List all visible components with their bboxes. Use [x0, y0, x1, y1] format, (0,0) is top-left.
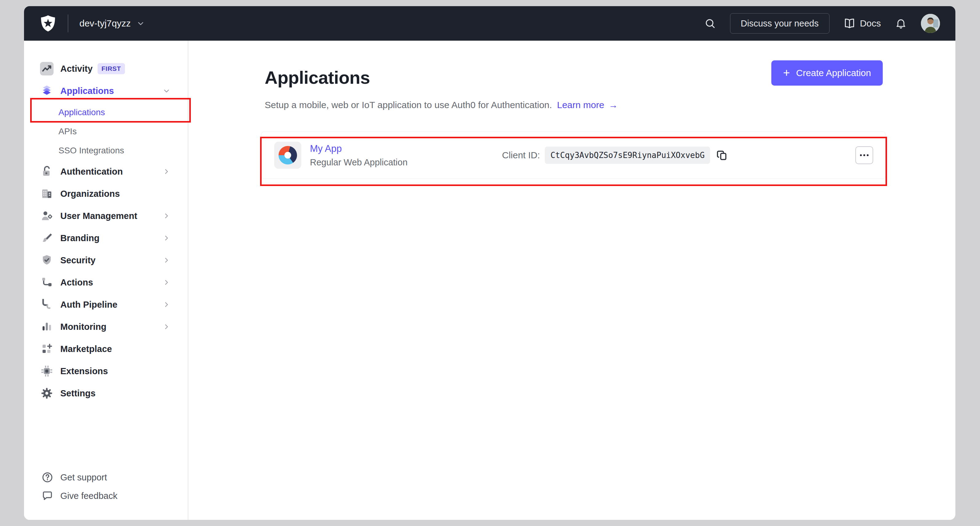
chip-icon — [40, 364, 54, 378]
applications-submenu: Applications APIs SSO Integrations — [24, 103, 188, 160]
sidebar-subitem-apis[interactable]: APIs — [24, 122, 188, 141]
sidebar-item-label: Applications — [60, 86, 114, 96]
chevron-down-icon — [136, 19, 145, 28]
plus-icon: + — [783, 67, 790, 78]
bell-icon — [895, 18, 907, 29]
sidebar-item-security[interactable]: Security — [24, 250, 188, 270]
layers-icon — [40, 85, 54, 97]
sidebar-item-actions[interactable]: Actions — [24, 272, 188, 293]
sidebar-item-user-management[interactable]: User Management — [24, 206, 188, 226]
user-avatar[interactable] — [921, 14, 940, 33]
sidebar-item-label: Monitoring — [60, 322, 107, 332]
app-window: dev-tyj7qyzz Discuss your needs — [24, 6, 955, 520]
chevron-down-icon — [162, 87, 170, 95]
sidebar-item-label: Branding — [60, 233, 99, 243]
subtitle-text: Setup a mobile, web or IoT application t… — [265, 100, 552, 110]
get-support-label: Get support — [60, 472, 107, 483]
sidebar-item-monitoring[interactable]: Monitoring — [24, 317, 188, 337]
give-feedback-label: Give feedback — [60, 491, 117, 501]
screenshot-canvas: dev-tyj7qyzz Discuss your needs — [0, 0, 980, 526]
copy-client-id-button[interactable] — [716, 149, 729, 162]
docs-label: Docs — [860, 18, 881, 29]
client-id-value: CtCqy3AvbQZSo7sE9RiynaPuiXOxvebG — [545, 147, 710, 164]
sidebar-item-applications[interactable]: Applications — [24, 81, 188, 101]
sidebar-item-label: Auth Pipeline — [60, 300, 117, 310]
first-badge: FIRST — [97, 63, 125, 74]
sidebar-item-label: Settings — [60, 388, 95, 398]
arrow-right-icon: → — [609, 100, 618, 110]
page-subtitle: Setup a mobile, web or IoT application t… — [265, 100, 618, 110]
notifications-button[interactable] — [895, 18, 907, 29]
chevron-right-icon — [162, 212, 170, 220]
topbar-divider — [68, 14, 68, 32]
building-icon — [40, 187, 54, 201]
discuss-your-needs-button[interactable]: Discuss your needs — [730, 13, 829, 33]
sidebar-item-organizations[interactable]: Organizations — [24, 183, 188, 204]
chevron-right-icon — [162, 256, 170, 264]
create-application-button[interactable]: + Create Application — [771, 61, 883, 86]
sidebar-item-label: Security — [60, 255, 95, 265]
flow-icon — [40, 276, 54, 289]
chevron-right-icon — [162, 234, 170, 242]
main-content: Applications Setup a mobile, web or IoT … — [188, 41, 955, 520]
get-support-link[interactable]: Get support — [24, 468, 188, 486]
sidebar: Activity FIRST Applications — [24, 41, 188, 520]
unlock-icon — [40, 165, 54, 178]
chevron-right-icon — [162, 167, 170, 175]
auth0-logo-icon[interactable] — [40, 14, 57, 33]
client-id-group: Client ID: CtCqy3AvbQZSo7sE9RiynaPuiXOxv… — [502, 147, 729, 164]
sidebar-item-label: Activity — [60, 64, 93, 74]
sidebar-footer: Get support Give feedback — [24, 468, 188, 505]
application-logo — [274, 142, 301, 169]
sidebar-item-label: Marketplace — [60, 344, 112, 354]
give-feedback-link[interactable]: Give feedback — [24, 486, 188, 505]
sidebar-nav: Activity FIRST Applications — [24, 41, 188, 403]
app-donut-icon — [278, 146, 297, 164]
sidebar-item-label: Authentication — [60, 167, 123, 177]
dot — [860, 154, 862, 156]
activity-chart-icon — [40, 62, 54, 75]
application-name-link[interactable]: My App — [310, 143, 407, 154]
docs-button[interactable]: Docs — [844, 18, 881, 29]
gear-icon — [40, 386, 54, 400]
grid-plus-icon — [40, 342, 54, 356]
tenant-switcher[interactable]: dev-tyj7qyzz — [80, 18, 145, 29]
sidebar-item-marketplace[interactable]: Marketplace — [24, 339, 188, 359]
search-icon — [704, 18, 716, 29]
dot — [867, 154, 869, 156]
sidebar-item-label: Actions — [60, 277, 93, 288]
row-actions-menu-button[interactable] — [855, 146, 873, 164]
sidebar-subitem-applications[interactable]: Applications — [24, 103, 188, 122]
search-button[interactable] — [704, 18, 716, 29]
sidebar-subitem-sso-integrations[interactable]: SSO Integrations — [24, 141, 188, 160]
shield-check-icon — [40, 253, 54, 267]
sidebar-item-authentication[interactable]: Authentication — [24, 161, 188, 182]
speech-bubble-icon — [41, 490, 54, 502]
page-title: Applications — [265, 67, 370, 88]
chevron-right-icon — [162, 323, 170, 331]
help-circle-icon — [41, 471, 54, 483]
book-icon — [844, 18, 855, 29]
sidebar-item-label: Extensions — [60, 366, 108, 376]
topbar-left: dev-tyj7qyzz — [40, 14, 145, 33]
user-gear-icon — [40, 209, 54, 223]
sidebar-item-activity[interactable]: Activity FIRST — [24, 59, 188, 79]
chevron-right-icon — [162, 278, 170, 286]
create-application-label: Create Application — [796, 68, 871, 78]
sidebar-item-extensions[interactable]: Extensions — [24, 361, 188, 381]
application-row[interactable]: My App Regular Web Application Client ID… — [261, 132, 886, 179]
pipeline-icon — [40, 298, 54, 311]
sidebar-item-auth-pipeline[interactable]: Auth Pipeline — [24, 295, 188, 315]
copy-icon — [716, 149, 729, 162]
application-info: My App Regular Web Application — [310, 143, 407, 167]
topbar-right: Discuss your needs Docs — [704, 13, 940, 33]
sidebar-item-settings[interactable]: Settings — [24, 383, 188, 403]
learn-more-link[interactable]: Learn more — [557, 100, 604, 110]
chevron-right-icon — [162, 301, 170, 309]
client-id-label: Client ID: — [502, 150, 540, 161]
sidebar-item-branding[interactable]: Branding — [24, 228, 188, 248]
topbar: dev-tyj7qyzz Discuss your needs — [24, 6, 955, 41]
bar-chart-icon — [40, 320, 54, 333]
sidebar-item-label: Organizations — [60, 189, 120, 199]
application-type: Regular Web Application — [310, 157, 407, 167]
